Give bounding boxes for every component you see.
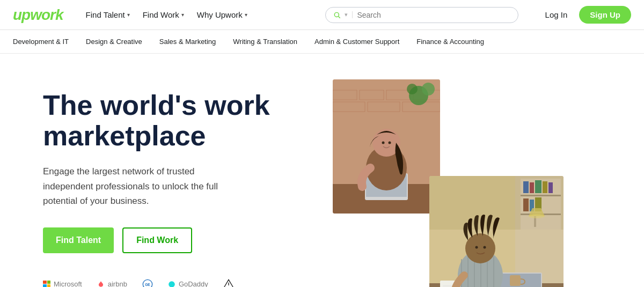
hero-image-1: [333, 79, 440, 214]
category-bar: Development & IT Design & Creative Sales…: [0, 30, 644, 54]
search-bar: ▾: [325, 7, 518, 23]
svg-point-59: [475, 246, 478, 249]
svg-rect-36: [523, 198, 529, 211]
svg-rect-61: [510, 275, 521, 286]
hero-buttons: Find Talent Find Work: [43, 227, 322, 253]
svg-point-25: [389, 142, 391, 144]
navbar: upwork Find Talent ▾ Find Work ▾ Why Upw…: [0, 0, 644, 30]
svg-text:GE: GE: [145, 283, 150, 286]
chevron-down-icon: ▾: [181, 12, 184, 18]
svg-point-58: [465, 233, 495, 263]
microsoft-brand: Microsoft: [43, 280, 82, 287]
hero-section: The world's work marketplace Engage the …: [0, 54, 644, 287]
category-writing[interactable]: Writing & Translation: [233, 35, 297, 48]
nav-why-upwork[interactable]: Why Upwork ▾: [192, 7, 253, 23]
svg-rect-35: [548, 182, 553, 193]
svg-rect-34: [543, 181, 547, 193]
hero-subtitle: Engage the largest network of trusted in…: [43, 164, 247, 208]
signup-button[interactable]: Sign Up: [579, 6, 631, 24]
nav-find-work[interactable]: Find Work ▾: [137, 7, 189, 23]
svg-point-60: [484, 246, 486, 249]
trusted-by: Microsoft airbnb GE GoDa: [43, 279, 322, 287]
ge-icon: GE: [142, 279, 153, 287]
godaddy-icon: [168, 281, 175, 287]
category-admin[interactable]: Admin & Customer Support: [314, 35, 399, 48]
category-dev-it[interactable]: Development & IT: [13, 35, 69, 48]
upwork-logo[interactable]: upwork: [13, 6, 63, 24]
category-design[interactable]: Design & Creative: [86, 35, 142, 48]
nav-auth: Log In Sign Up: [540, 6, 631, 24]
ge-brand: GE: [142, 279, 153, 287]
microsoft-icon: [43, 281, 50, 287]
find-work-button[interactable]: Find Work: [122, 227, 192, 253]
bissell-icon: [223, 279, 234, 287]
hero-image-2: [429, 176, 564, 287]
bissell-brand: [223, 279, 234, 287]
svg-point-0: [334, 12, 339, 17]
find-talent-button[interactable]: Find Talent: [43, 227, 114, 253]
airbnb-brand: airbnb: [97, 280, 127, 287]
svg-rect-32: [530, 182, 534, 193]
hero-images: [322, 79, 631, 287]
nav-find-talent[interactable]: Find Talent ▾: [80, 7, 135, 23]
nav-links: Find Talent ▾ Find Work ▾ Why Upwork ▾: [80, 7, 253, 23]
category-sales[interactable]: Sales & Marketing: [159, 35, 216, 48]
svg-rect-29: [521, 195, 561, 196]
search-divider: ▾: [345, 11, 353, 18]
category-finance[interactable]: Finance & Accounting: [416, 35, 484, 48]
svg-point-4: [169, 281, 175, 287]
svg-point-18: [407, 84, 418, 94]
svg-line-1: [338, 16, 340, 18]
godaddy-brand: GoDaddy: [168, 280, 208, 287]
chevron-down-icon: ▾: [245, 12, 247, 18]
hero-left: The world's work marketplace Engage the …: [43, 79, 322, 287]
svg-point-24: [382, 142, 385, 144]
search-input[interactable]: [357, 11, 510, 19]
svg-point-40: [529, 214, 545, 218]
search-icon: [333, 11, 341, 19]
airbnb-icon: [97, 281, 105, 287]
svg-rect-31: [523, 181, 529, 193]
chevron-down-icon: ▾: [127, 12, 130, 18]
hero-title: The world's work marketplace: [43, 90, 322, 151]
login-button[interactable]: Log In: [540, 7, 573, 23]
svg-rect-33: [535, 180, 541, 193]
svg-point-17: [422, 83, 435, 95]
